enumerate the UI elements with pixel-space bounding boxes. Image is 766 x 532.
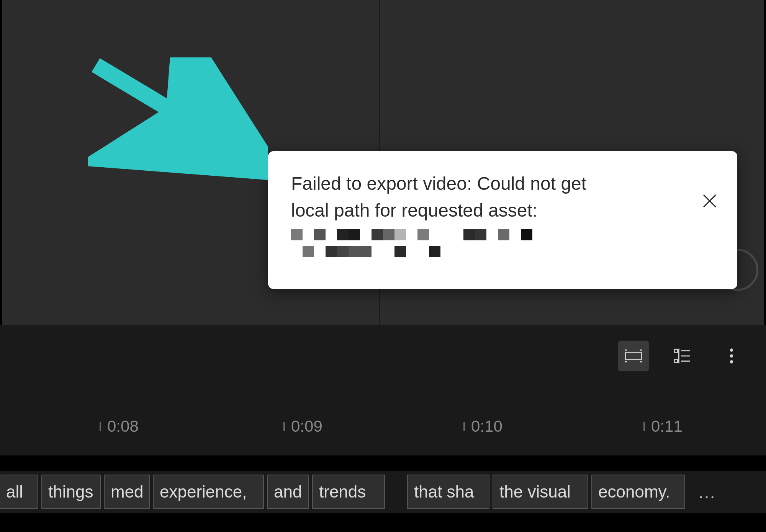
tick-mark-icon (283, 422, 285, 431)
tick-label: 0:11 (651, 417, 683, 436)
more-vertical-icon (723, 347, 740, 365)
caption-segment[interactable]: all (0, 475, 38, 509)
error-toast: Failed to export video: Could not get lo… (268, 151, 737, 289)
svg-point-13 (730, 361, 733, 364)
caption-segment[interactable]: things (41, 475, 101, 509)
timeline-view-button[interactable] (618, 341, 649, 371)
caption-segment[interactable]: the visual (493, 475, 588, 509)
time-ruler[interactable]: 0:08 0:09 0:10 0:11 (0, 394, 766, 455)
tick-mark-icon (643, 422, 645, 431)
ruler-tick: 0:11 (643, 417, 683, 436)
more-options-button[interactable] (716, 341, 747, 371)
tick-label: 0:09 (291, 417, 322, 436)
toolbar-strip (0, 325, 766, 394)
svg-rect-0 (625, 352, 642, 359)
toolbar-right-group (618, 341, 747, 371)
caption-segment[interactable]: and (267, 475, 309, 509)
redacted-asset-path (291, 229, 559, 257)
svg-point-12 (730, 354, 733, 357)
svg-point-11 (730, 349, 733, 352)
caption-segment[interactable]: experience, (153, 475, 264, 509)
svg-rect-10 (674, 360, 678, 363)
caption-segment[interactable]: economy. (591, 475, 685, 509)
ruler-tick: 0:10 (463, 417, 502, 436)
timeline-view-icon (625, 347, 642, 365)
caption-segment[interactable]: med (104, 475, 150, 509)
error-line-2: local path for requested asset: (291, 200, 537, 220)
tick-label: 0:08 (107, 417, 139, 436)
list-view-button[interactable] (667, 341, 698, 371)
tick-mark-icon (100, 422, 101, 431)
tick-label: 0:10 (471, 417, 502, 436)
ruler-tick: 0:09 (283, 417, 322, 436)
error-toast-message: Failed to export video: Could not get lo… (291, 170, 698, 274)
caption-segment[interactable]: that sha (407, 475, 489, 509)
caption-overflow-ellipsis: … (688, 481, 725, 503)
close-icon (702, 193, 717, 209)
caption-track[interactable]: all things med experience, and trends th… (0, 471, 766, 513)
ruler-tick: 0:08 (100, 417, 139, 436)
list-view-icon (674, 347, 691, 365)
caption-segment[interactable]: trends (312, 475, 385, 509)
svg-rect-9 (674, 349, 678, 352)
tick-mark-icon (463, 422, 465, 431)
close-button[interactable] (698, 189, 721, 212)
error-line-1: Failed to export video: Could not get (291, 173, 586, 194)
